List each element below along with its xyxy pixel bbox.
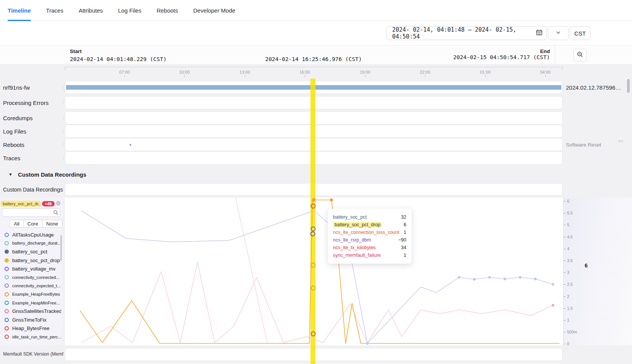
timeline-row-reboots: Reboots Software Reset locf (0, 138, 632, 151)
row-grab-handle[interactable] (63, 143, 63, 147)
metric-swatch (5, 233, 9, 237)
row-label: nrf91ns-fw (3, 84, 30, 91)
filter-none-button[interactable]: None (42, 220, 62, 228)
x-tick: 10:00 (179, 70, 190, 74)
zoom-out-icon (577, 51, 584, 60)
metric-label: Example_HeapMinFree... (12, 301, 60, 305)
tooltip-row: ncs_lte_connection_loss_count 1 (333, 229, 406, 236)
timeline-row-log-files: Log Files (0, 125, 632, 138)
gear-icon[interactable]: ⚙ (56, 200, 61, 207)
x-tick: 01:00 (480, 70, 491, 74)
metric-filter-group: All Core None (10, 220, 62, 228)
tab-timeline[interactable]: Timeline (8, 0, 31, 21)
chart-tooltip: battery_soc_pct 32 battery_soc_pct_drop … (328, 209, 412, 264)
vertical-scrollbar-thumb[interactable] (627, 79, 630, 93)
row-grab-handle[interactable] (63, 129, 63, 133)
metric-swatch (5, 318, 9, 322)
row-label: Custom Data Recordings (3, 187, 63, 193)
tab-traces[interactable]: Traces (46, 0, 63, 21)
metric-item[interactable]: Example_HeapMinFree... (0, 298, 61, 307)
metric-item[interactable]: battery_soc_pct (0, 248, 61, 256)
section-title: Custom Data Recordings (18, 171, 86, 178)
y-tick: 6 (564, 199, 569, 203)
metric-item[interactable]: AllTasksCpuUsage (0, 230, 61, 239)
end-timestamp: 2024-02-15 04:50:54.717 (CST) (453, 54, 550, 60)
metric-label: connectivity_connected... (12, 275, 60, 280)
filter-all-button[interactable]: All (10, 220, 23, 228)
search-icon (53, 210, 58, 215)
y-tick: 4.5 (564, 235, 573, 239)
x-tick: 19:00 (360, 70, 370, 74)
y-tick: 5 (564, 222, 569, 227)
y-tick: 2.5 (564, 282, 573, 287)
metric-item[interactable]: connectivity_expected_t... (0, 282, 61, 290)
tab-developer-mode[interactable]: Developer Mode (193, 0, 235, 21)
selected-metric-row: battery_soc_pct_dr... +46 ⚙ (1, 200, 62, 208)
metric-item[interactable]: Example_HeapFreeBytes (0, 290, 61, 298)
timeline-row-traces: Traces (0, 151, 632, 164)
metric-item[interactable]: battery_voltage_mv (0, 264, 61, 273)
metric-item[interactable]: battery_soc_pct_drop (0, 256, 61, 264)
filter-core-button[interactable]: Core (24, 220, 42, 228)
tooltip-row: ncs_lte_tx_kilobytes 34 (333, 244, 406, 251)
y-tick: 5.5 (564, 211, 573, 215)
timeline-row-coredumps: Coredumps (0, 111, 632, 124)
calendar-icon[interactable] (536, 29, 543, 37)
metric-swatch (5, 283, 9, 288)
row-grab-handle[interactable] (63, 101, 63, 105)
row-grab-handle[interactable] (63, 156, 63, 160)
y-tick: 1 (564, 318, 569, 322)
tab-reboots[interactable]: Reboots (157, 0, 178, 21)
y-tick: 3 (564, 270, 569, 275)
tab-bar: Timeline Traces Attributes Log Files Reb… (0, 0, 632, 21)
row-grab-handle[interactable] (63, 85, 63, 89)
tooltip-metric-label: battery_soc_pct (333, 214, 367, 220)
metric-swatch (5, 301, 9, 305)
row-grab-handle[interactable] (63, 116, 63, 120)
date-range-input[interactable]: 2024- 02-14, 04:01:48 – 2024- 02-15, 04:… (386, 26, 547, 40)
row-grab-handle[interactable] (63, 188, 63, 192)
tooltip-row: battery_soc_pct 32 (333, 213, 406, 221)
metric-search-input[interactable] (4, 209, 51, 216)
row-label: Log Files (3, 128, 26, 135)
tooltip-metric-label: battery_soc_pct_drop (333, 222, 382, 227)
header-divider (555, 45, 555, 65)
tab-attributes[interactable]: Attributes (79, 0, 103, 21)
range-header: Start 2024-02-14 04:01:48.229 (CST) 2024… (0, 45, 632, 65)
custom-data-recordings-section-toggle[interactable]: ▼ Custom Data Recordings (0, 167, 632, 182)
metric-swatch (5, 275, 9, 279)
tooltip-metric-value: 1 (404, 230, 406, 235)
tab-log-files[interactable]: Log Files (118, 0, 141, 21)
date-range-presets-button[interactable] (548, 26, 569, 40)
reboot-event-dot[interactable] (129, 144, 131, 146)
selected-metric-chip[interactable]: battery_soc_pct_dr... (1, 201, 40, 207)
tooltip-metric-label: ncs_lte_tx_kilobytes (333, 245, 376, 250)
timeline-row-processing-errors: Processing Errors (0, 96, 632, 109)
metric-swatch (5, 241, 9, 245)
reboot-reason-text: Software Reset (566, 142, 601, 148)
metric-item[interactable]: idle_task_run_time_perc... (0, 333, 61, 341)
metric-item[interactable]: connectivity_connected... (0, 273, 61, 281)
x-tick: 16:00 (299, 70, 310, 74)
metric-count-badge: +46 (42, 201, 55, 206)
start-timestamp: 2024-02-14 04:01:48.229 (CST) (70, 56, 166, 62)
legend-scrollbar-thumb[interactable] (60, 235, 62, 261)
metric-label: battery_soc_pct (12, 249, 47, 254)
tooltip-row: battery_soc_pct_drop 6 (333, 221, 406, 229)
metric-label: connectivity_expected_t... (12, 283, 61, 288)
metric-item[interactable]: GnssSatellitesTracked (0, 307, 61, 316)
x-tick: 13:00 (239, 70, 250, 74)
timezone-button[interactable]: CST (570, 26, 590, 40)
locf-tag: locf (618, 139, 623, 143)
device-timeline-page: Timeline Traces Attributes Log Files Reb… (0, 0, 632, 364)
metric-item[interactable]: battery_discharge_durat... (0, 239, 61, 247)
metric-list: AllTasksCpuUsage battery_discharge_durat… (0, 230, 61, 341)
metric-item[interactable]: Heap_BytesFree (0, 324, 61, 332)
metric-swatch (5, 258, 9, 263)
metric-swatch (5, 250, 9, 254)
zoom-out-button[interactable] (574, 49, 587, 61)
metric-label: AllTasksCpuUsage (12, 232, 54, 238)
metric-legend-panel: battery_soc_pct_dr... +46 ⚙ All Core Non… (0, 198, 62, 345)
metric-item[interactable]: GnssTimeToFix (0, 316, 61, 324)
toolbar: 2024- 02-14, 04:01:48 – 2024- 02-15, 04:… (0, 21, 632, 45)
